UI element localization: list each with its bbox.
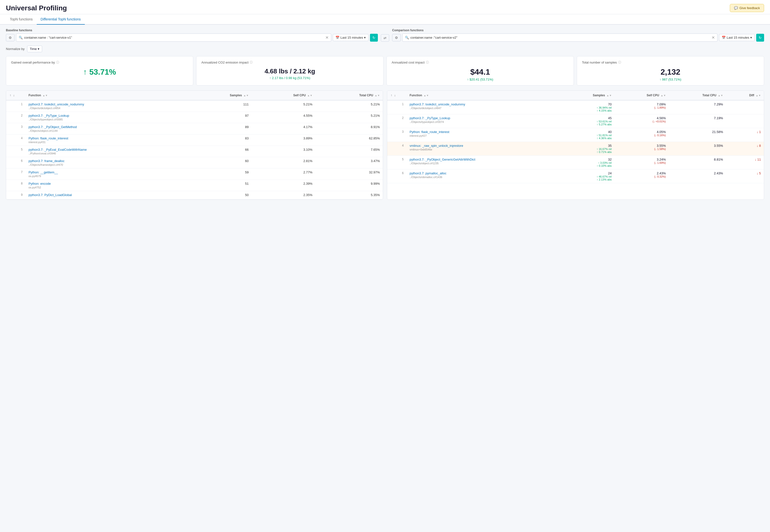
comparison-clear-button[interactable]: ✕ bbox=[712, 35, 715, 40]
left-sort-up[interactable]: ↑ bbox=[9, 93, 12, 98]
change3: ↑ 2.13% abs bbox=[564, 178, 612, 181]
baseline-filter-icon[interactable]: ⚙ bbox=[6, 34, 15, 41]
right-sort-up[interactable]: ↑ bbox=[390, 93, 393, 98]
left-selfcpu-cell: 4.55% bbox=[252, 112, 315, 123]
left-func-name[interactable]: Python: encode bbox=[29, 182, 186, 185]
main-content: Baseline functions ⚙ 🔍 ✕ 📅 Last 15 minut… bbox=[0, 25, 770, 204]
right-func-name[interactable]: python3.7: _PyObject_GenericGetAttrWithD… bbox=[410, 158, 558, 161]
baseline-search-input[interactable] bbox=[24, 36, 324, 39]
info-icon-samples[interactable]: ⓘ bbox=[618, 60, 621, 65]
right-sort-down[interactable]: ↓ bbox=[394, 93, 396, 98]
left-col-selfcpu[interactable]: Self CPU ▲▼ bbox=[252, 91, 315, 100]
normalize-label: Normalize by bbox=[6, 47, 25, 51]
calendar-icon: 📅 bbox=[335, 36, 339, 39]
right-nav-cell bbox=[387, 142, 399, 156]
baseline-date-button[interactable]: 📅 Last 15 minutes ▾ bbox=[333, 34, 368, 41]
comparison-inputs: ⚙ 🔍 ✕ 📅 Last 15 minutes ▾ ↻ bbox=[392, 33, 764, 42]
right-func-name[interactable]: vmlinux: _raw_spin_unlock_irqrestore bbox=[410, 144, 558, 148]
right-func-name[interactable]: python3.7: lookdict_unicode_nodummy bbox=[410, 102, 558, 106]
diff-value: ↓ 8 bbox=[757, 144, 761, 148]
right-diff-cell bbox=[726, 114, 764, 128]
left-rank-cell: 9 bbox=[18, 191, 26, 199]
right-function-cell: python3.7: _PyType_Lookup ../Objects/typ… bbox=[407, 114, 561, 128]
left-totalcpu-cell: 32.97% bbox=[315, 168, 383, 180]
left-col-samples[interactable]: Samples ▲▼ bbox=[188, 91, 251, 100]
change1: ↑ 51.81% rel bbox=[564, 134, 612, 137]
comparison-date-button[interactable]: 📅 Last 15 minutes ▾ bbox=[719, 34, 755, 41]
right-nav-cell bbox=[387, 156, 399, 169]
left-totalcpu-cell: 8.91% bbox=[315, 123, 383, 134]
comparison-filter-icon[interactable]: ⚙ bbox=[392, 34, 401, 41]
left-func-file: ../Objects/object.c#1144 bbox=[29, 129, 186, 132]
right-col-nav: ↑ ↓ bbox=[387, 91, 399, 100]
left-col-function[interactable]: Function ▲▼ bbox=[26, 91, 189, 100]
right-totalcpu-cell: 8.81% bbox=[669, 156, 726, 169]
metrics-row: Gained overall performance by ⓘ ↑ 53.71%… bbox=[6, 56, 764, 85]
right-func-name[interactable]: python3.7: _PyType_Lookup bbox=[410, 116, 558, 120]
info-icon-performance[interactable]: ⓘ bbox=[56, 60, 59, 65]
tab-differential[interactable]: Differential TopN functions bbox=[37, 14, 85, 25]
right-col-totalcpu[interactable]: Total CPU ▲▼ bbox=[669, 91, 726, 100]
left-col-totalcpu[interactable]: Total CPU ▲▼ bbox=[315, 91, 383, 100]
comparison-refresh-button[interactable]: ↻ bbox=[756, 34, 764, 42]
metric-value-performance: ↑ 53.71% bbox=[11, 67, 188, 77]
right-table-row: 6 python3.7: pymalloc_alloc ../Objects/o… bbox=[387, 169, 764, 183]
info-icon-co2[interactable]: ⓘ bbox=[250, 60, 253, 65]
left-sort-down[interactable]: ↓ bbox=[13, 93, 15, 98]
info-icon-cost[interactable]: ⓘ bbox=[426, 60, 429, 65]
right-func-name[interactable]: python3.7: pymalloc_alloc bbox=[410, 171, 558, 175]
chevron-down-icon-2: ▾ bbox=[750, 36, 752, 39]
left-samples-cell: 83 bbox=[188, 134, 251, 146]
metric-card-performance: Gained overall performance by ⓘ ↑ 53.71% bbox=[6, 56, 193, 85]
change2: (↓ 1.89%) bbox=[618, 106, 666, 109]
left-nav-cell bbox=[6, 168, 18, 180]
left-totalcpu-cell: 62.85% bbox=[315, 134, 383, 146]
change3: ↑ 4.15% abs bbox=[564, 109, 612, 112]
right-func-name[interactable]: Python: flask_route_interest bbox=[410, 130, 558, 134]
right-selfcpu-cell: 2.43% (↓ 0.32%) bbox=[615, 169, 669, 183]
tab-topn[interactable]: TopN functions bbox=[6, 14, 37, 25]
change1: ↑ 16.67% rel bbox=[564, 148, 612, 150]
baseline-refresh-button[interactable]: ↻ bbox=[370, 34, 378, 42]
left-func-name[interactable]: Python: __getitem__ bbox=[29, 170, 186, 174]
right-col-rank bbox=[399, 91, 407, 100]
right-col-diff[interactable]: Diff ▲▼ bbox=[726, 91, 764, 100]
left-func-name[interactable]: python3.7: lookdict_unicode_nodummy bbox=[29, 102, 186, 106]
feedback-icon: 💬 bbox=[734, 6, 738, 10]
left-func-name[interactable]: python3.7: _PyObject_GetMethod bbox=[29, 125, 186, 129]
right-samples-cell: 24 ↑ 46.67% rel ↑ 2.13% abs bbox=[561, 169, 615, 183]
tables-row: ↑ ↓ Function ▲▼ Samples ▲▼ bbox=[6, 90, 764, 200]
right-diff-cell: ↓ 5 bbox=[726, 169, 764, 183]
left-func-name[interactable]: python3.7: PyDict_LoadGlobal bbox=[29, 193, 186, 197]
left-table-header: ↑ ↓ Function ▲▼ Samples ▲▼ bbox=[6, 91, 383, 100]
right-col-function[interactable]: Function ▲▼ bbox=[407, 91, 561, 100]
feedback-button[interactable]: 💬 Give feedback bbox=[730, 4, 764, 12]
comparison-search-input[interactable] bbox=[411, 36, 710, 39]
right-table-header: ↑ ↓ Function ▲▼ Samples ▲▼ bbox=[387, 91, 764, 100]
left-totalcpu-cell: 7.65% bbox=[315, 146, 383, 157]
left-rank-cell: 3 bbox=[18, 123, 26, 134]
left-rank-cell: 1 bbox=[18, 100, 26, 112]
left-func-name[interactable]: python3.7: _PyType_Lookup bbox=[29, 114, 186, 117]
left-selfcpu-cell: 3.10% bbox=[252, 146, 315, 157]
right-function-cell: vmlinux: _raw_spin_unlock_irqrestore vml… bbox=[407, 142, 561, 156]
right-rank-cell: 6 bbox=[399, 169, 407, 183]
swap-button[interactable]: ⇄ bbox=[381, 34, 389, 42]
left-totalcpu-cell: 5.21% bbox=[315, 112, 383, 123]
right-col-samples[interactable]: Samples ▲▼ bbox=[561, 91, 615, 100]
right-selfcpu-cell: 7.09% (↓ 1.89%) bbox=[615, 100, 669, 114]
left-func-name[interactable]: python3.7: _PyEval_EvalCodeWithName bbox=[29, 148, 186, 151]
baseline-clear-button[interactable]: ✕ bbox=[325, 35, 328, 40]
left-func-name[interactable]: Python: flask_route_interest bbox=[29, 136, 186, 140]
left-rank-cell: 2 bbox=[18, 112, 26, 123]
left-func-file: interest.py#31 bbox=[29, 141, 186, 144]
left-totalcpu-cell: 3.47% bbox=[315, 157, 383, 168]
diff-value: ↓ 1 bbox=[757, 130, 761, 134]
left-table-row: 8 Python: encode os.py#752 51 2.39% 9.99… bbox=[6, 180, 383, 191]
left-func-name[interactable]: python3.7: frame_dealloc bbox=[29, 159, 186, 163]
right-col-selfcpu[interactable]: Self CPU ▲▼ bbox=[615, 91, 669, 100]
normalize-select[interactable]: Time ▾ bbox=[27, 46, 42, 52]
right-nav-cell bbox=[387, 100, 399, 114]
metric-value-co2: 4.68 lbs / 2.12 kg bbox=[201, 67, 378, 75]
filters-row: Baseline functions ⚙ 🔍 ✕ 📅 Last 15 minut… bbox=[6, 29, 764, 42]
